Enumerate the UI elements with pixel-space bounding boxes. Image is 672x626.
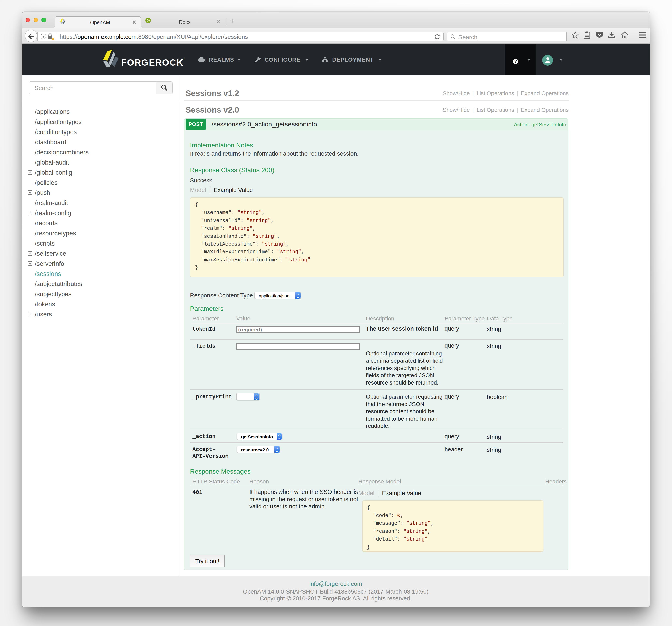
svg-text:!: ! bbox=[53, 37, 53, 40]
